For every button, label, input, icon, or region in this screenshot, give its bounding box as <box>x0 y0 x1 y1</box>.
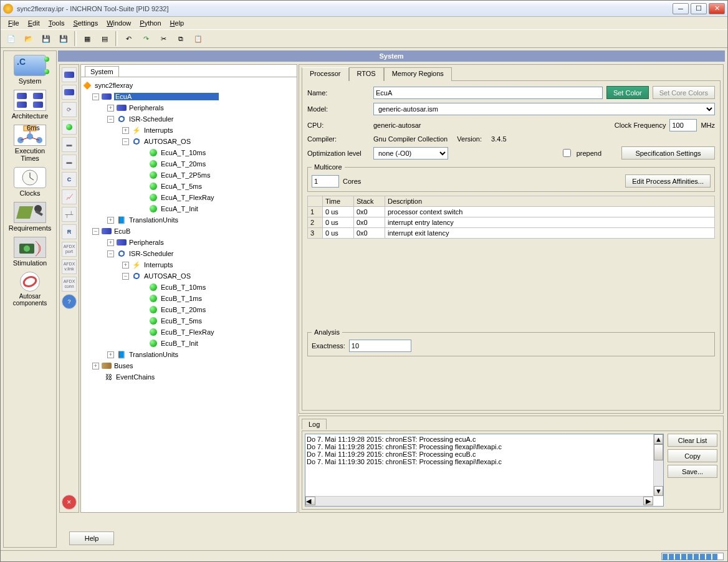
spec-settings-button[interactable]: Specification Settings <box>621 146 715 160</box>
collapse-icon[interactable]: − <box>122 138 129 145</box>
window2-icon[interactable]: ▤ <box>97 31 113 47</box>
tree-ecua[interactable]: EcuA <box>114 93 219 100</box>
undo-icon[interactable]: ↶ <box>120 31 136 47</box>
edit-affinities-button[interactable]: Edit Process Affinities... <box>625 174 711 188</box>
log-scroll-v[interactable]: ▲ ▼ <box>653 434 663 496</box>
collapse-icon[interactable]: − <box>122 273 129 280</box>
system-tree[interactable]: 🔶sync2flexray −EcuA +Peripherals −ISR-Sc… <box>81 77 297 512</box>
nav-autosar-components[interactable]: Autosar components <box>5 270 55 308</box>
menu-tools[interactable]: Tools <box>45 18 69 29</box>
model-select[interactable]: generic-autosar.ism <box>373 103 715 115</box>
tree-task[interactable]: EcuB_T_5ms <box>161 317 202 325</box>
save-button[interactable]: Save... <box>668 465 717 478</box>
expand-icon[interactable]: + <box>107 351 114 358</box>
tree-tab-system[interactable]: System <box>85 66 119 77</box>
tree-task[interactable]: EcuA_T_2P5ms <box>161 171 210 179</box>
exactness-input[interactable] <box>349 340 411 352</box>
tool-stack-icon[interactable]: ▬ <box>62 137 77 152</box>
paste-icon[interactable]: 📋 <box>190 31 206 47</box>
close-button[interactable]: ✕ <box>709 3 725 14</box>
expand-icon[interactable]: + <box>107 217 114 224</box>
multicore-group: Multicore Cores Edit Process Affinities.… <box>307 163 715 192</box>
tree-task[interactable]: EcuA_T_20ms <box>161 160 206 168</box>
new-icon[interactable]: 📄 <box>3 31 19 47</box>
log-tab[interactable]: Log <box>302 419 327 429</box>
tree-task[interactable]: EcuB_T_20ms <box>161 306 206 313</box>
expand-icon[interactable]: + <box>92 363 99 369</box>
nav-architecture[interactable]: Architecture <box>5 88 55 121</box>
log-text[interactable]: Do 7. Mai 11:19:28 2015: chronEST: Proce… <box>305 434 664 507</box>
tool-stack2-icon[interactable]: ▬ <box>62 155 77 169</box>
tool-afdx-port-icon[interactable]: AFDX port <box>62 242 77 257</box>
tab-rtos[interactable]: RTOS <box>349 67 384 81</box>
tree-task[interactable]: EcuB_T_10ms <box>161 283 206 291</box>
tool-chip-icon[interactable] <box>62 67 77 82</box>
tool-afdx-vlink-icon[interactable]: AFDX v.link <box>62 259 77 274</box>
tool-afdx-conn-icon[interactable]: AFDX conn <box>62 277 77 292</box>
window1-icon[interactable]: ▦ <box>79 31 95 47</box>
open-icon[interactable]: 📂 <box>21 31 37 47</box>
saveas-icon[interactable]: 💾 <box>55 31 72 47</box>
expand-icon[interactable]: + <box>107 239 114 246</box>
expand-icon[interactable]: + <box>122 262 129 269</box>
tree-task[interactable]: EcuA_T_Init <box>161 205 198 212</box>
menu-edit[interactable]: Edit <box>24 18 44 29</box>
copy-icon[interactable]: ⧉ <box>173 31 189 47</box>
table-row[interactable]: 10 us0x0processor context switch <box>308 207 715 217</box>
expand-icon[interactable]: + <box>107 105 114 112</box>
nav-requirements[interactable]: Requirements <box>5 201 55 233</box>
collapse-icon[interactable]: − <box>107 250 114 257</box>
timing-table[interactable]: TimeStackDescription 10 us0x0processor c… <box>307 196 715 239</box>
nav-execution-times[interactable]: 6ms Execution Times <box>5 123 55 163</box>
cores-input[interactable] <box>312 175 339 188</box>
collapse-icon[interactable]: − <box>92 228 99 235</box>
tree-task[interactable]: EcuA_T_5ms <box>161 183 202 190</box>
table-row[interactable]: 20 us0x0interrupt entry latency <box>308 217 715 228</box>
tree-task[interactable]: EcuA_T_FlexRay <box>161 194 214 201</box>
cut-icon[interactable]: ✂ <box>155 31 171 47</box>
tree-task[interactable]: EcuA_T_10ms <box>161 149 206 156</box>
tool-help-icon[interactable]: ? <box>62 294 77 309</box>
tab-processor[interactable]: Processor <box>302 67 349 81</box>
nav-clocks[interactable]: Clocks <box>5 166 55 198</box>
menu-window[interactable]: Window <box>103 18 135 29</box>
tree-task[interactable]: EcuB_T_1ms <box>161 295 202 302</box>
menu-help[interactable]: Help <box>166 18 188 29</box>
tool-c-icon[interactable]: C <box>62 172 77 187</box>
save-icon[interactable]: 💾 <box>38 31 54 47</box>
collapse-icon[interactable]: − <box>92 93 99 100</box>
minimize-button[interactable]: ─ <box>673 3 689 14</box>
name-input[interactable] <box>373 87 603 99</box>
menu-python[interactable]: Python <box>136 18 165 29</box>
svg-point-3 <box>27 133 33 140</box>
clockfreq-input[interactable] <box>669 119 697 131</box>
log-scroll-h[interactable]: ◀ ▶ <box>305 496 653 506</box>
tab-memory-regions[interactable]: Memory Regions <box>384 67 452 81</box>
tool-chip2-icon[interactable] <box>62 85 77 100</box>
maximize-button[interactable]: ☐ <box>691 3 707 14</box>
menu-file[interactable]: File <box>4 18 23 29</box>
sidebar-tools: ⟳ ▬ ▬ C 📈 ┬┴ R AFDX port AFDX v.link AFD… <box>59 64 79 513</box>
optlvl-select[interactable]: none (-O0) <box>373 147 448 160</box>
redo-icon[interactable]: ↷ <box>138 31 154 47</box>
collapse-icon[interactable]: − <box>107 116 114 123</box>
tree-task[interactable]: EcuB_T_Init <box>161 340 198 347</box>
tool-r-icon[interactable]: R <box>62 224 77 239</box>
table-row[interactable]: 30 us0x0interrupt exit latency <box>308 228 715 239</box>
set-core-colors-button[interactable]: Set Core Colors <box>653 86 715 99</box>
expand-icon[interactable]: + <box>122 127 129 134</box>
tree-task[interactable]: EcuB_T_FlexRay <box>161 328 214 336</box>
tool-dot-icon[interactable] <box>62 120 77 135</box>
clear-list-button[interactable]: Clear List <box>668 434 717 447</box>
tool-net-icon[interactable]: ┬┴ <box>62 207 77 222</box>
nav-stimulation[interactable]: Stimulation <box>5 236 55 268</box>
tool-refresh-icon[interactable]: ⟳ <box>62 102 77 117</box>
prepend-checkbox[interactable] <box>563 149 571 157</box>
help-button[interactable]: Help <box>69 531 114 545</box>
menu-settings[interactable]: Settings <box>69 18 102 29</box>
tool-cancel-icon[interactable]: ✕ <box>62 495 77 510</box>
nav-system[interactable]: .C System <box>5 54 55 86</box>
copy-button[interactable]: Copy <box>668 449 717 462</box>
tool-chart-icon[interactable]: 📈 <box>62 189 77 204</box>
set-color-button[interactable]: Set Color <box>606 86 649 99</box>
